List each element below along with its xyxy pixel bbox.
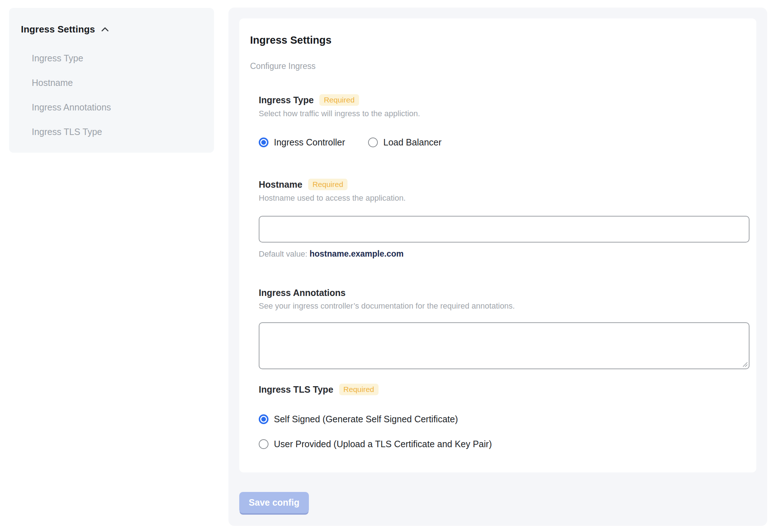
- section-ingress-type: Ingress Type Required Select how traffic…: [259, 94, 749, 148]
- ingress-annotations-textarea[interactable]: [259, 322, 749, 369]
- hostname-description: Hostname used to access the application.: [259, 193, 749, 203]
- save-config-button[interactable]: Save config: [239, 492, 309, 513]
- radio-selected-icon[interactable]: [259, 138, 268, 147]
- sidebar-item-hostname[interactable]: Hostname: [32, 70, 207, 95]
- section-hostname: Hostname Required Hostname used to acces…: [259, 179, 749, 259]
- radio-label: Ingress Controller: [274, 137, 345, 148]
- hostname-label: Hostname: [259, 179, 302, 190]
- radio-load-balancer[interactable]: Load Balancer: [368, 137, 441, 148]
- default-value: hostname.example.com: [310, 249, 404, 258]
- page: Ingress Settings Ingress Type Hostname I…: [0, 0, 778, 532]
- radio-label: User Provided (Upload a TLS Certificate …: [274, 439, 492, 449]
- required-badge: Required: [308, 179, 348, 190]
- section-ingress-tls-type: Ingress TLS Type Required Self Signed (G…: [259, 384, 749, 449]
- ingress-type-radio-group: Ingress Controller Load Balancer: [259, 137, 749, 148]
- hostname-default-line: Default value: hostname.example.com: [259, 249, 749, 259]
- section-ingress-annotations: Ingress Annotations See your ingress con…: [259, 288, 749, 369]
- radio-selected-icon[interactable]: [259, 414, 268, 424]
- chevron-up-icon[interactable]: [100, 25, 110, 35]
- sidebar-item-list: Ingress Type Hostname Ingress Annotation…: [21, 46, 207, 144]
- default-value-label: Default value:: [259, 249, 307, 258]
- radio-self-signed[interactable]: Self Signed (Generate Self Signed Certif…: [259, 414, 749, 424]
- radio-label: Self Signed (Generate Self Signed Certif…: [274, 414, 458, 424]
- radio-ingress-controller[interactable]: Ingress Controller: [259, 137, 345, 148]
- hostname-input[interactable]: [259, 216, 749, 243]
- page-title: Ingress Settings: [250, 34, 748, 46]
- resize-handle-icon[interactable]: [742, 361, 748, 367]
- sidebar-item-ingress-type[interactable]: Ingress Type: [32, 46, 207, 70]
- ingress-annotations-textarea-wrap: [259, 322, 749, 369]
- radio-unselected-icon[interactable]: [259, 439, 268, 449]
- radio-unselected-icon[interactable]: [368, 138, 378, 147]
- radio-label: Load Balancer: [383, 137, 441, 148]
- required-badge: Required: [339, 384, 379, 395]
- sidebar-section-title: Ingress Settings: [21, 24, 95, 35]
- radio-user-provided[interactable]: User Provided (Upload a TLS Certificate …: [259, 439, 749, 449]
- sidebar-item-ingress-annotations[interactable]: Ingress Annotations: [32, 95, 207, 119]
- ingress-type-description: Select how traffic will ingress to the a…: [259, 109, 749, 118]
- required-badge: Required: [319, 94, 359, 106]
- ingress-tls-type-label: Ingress TLS Type: [259, 384, 333, 395]
- ingress-settings-card: Ingress Settings Configure Ingress Ingre…: [239, 18, 756, 472]
- page-subtitle: Configure Ingress: [250, 61, 748, 71]
- ingress-annotations-label: Ingress Annotations: [259, 288, 346, 298]
- ingress-type-label: Ingress Type: [259, 95, 314, 105]
- sidebar-section-toggle[interactable]: Ingress Settings: [21, 24, 207, 35]
- ingress-annotations-description: See your ingress controller’s documentat…: [259, 301, 749, 311]
- settings-panel: Ingress Settings Configure Ingress Ingre…: [228, 8, 767, 526]
- sidebar-item-ingress-tls-type[interactable]: Ingress TLS Type: [32, 119, 207, 144]
- settings-sidebar: Ingress Settings Ingress Type Hostname I…: [9, 8, 214, 153]
